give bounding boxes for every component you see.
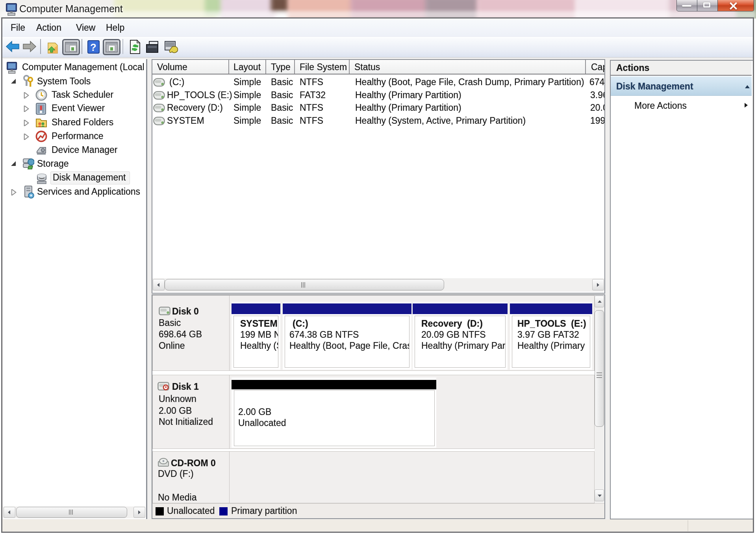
svg-text:?: ? — [90, 41, 96, 53]
